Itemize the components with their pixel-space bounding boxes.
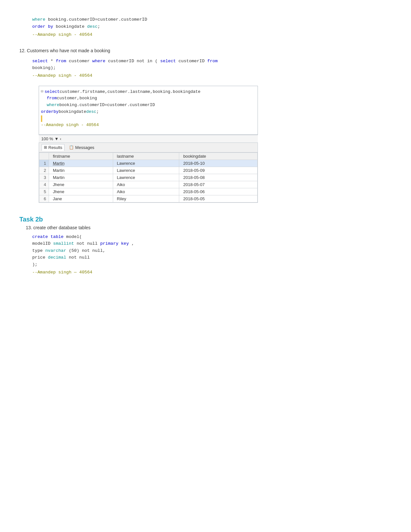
zoom-arrow[interactable]: ▼ — [54, 136, 59, 141]
col-lastname: lastname — [113, 153, 179, 160]
cell-bookingdate: 2018-05-07 — [179, 181, 258, 188]
col-firstname: firstname — [49, 153, 113, 160]
cell-bookingdate: 2018-05-05 — [179, 195, 258, 202]
results-table: firstname lastname bookingdate 1MartinLa… — [39, 153, 258, 202]
kw-desc-top: desc — [87, 24, 97, 29]
zoom-angle: ‹ — [60, 136, 61, 141]
table-row: 4JheneAiko2018-05-07 — [39, 181, 258, 188]
cell-rownum: 6 — [39, 195, 49, 202]
cell-bookingdate: 2018-05-08 — [179, 174, 258, 181]
task2b-comment: --Amandep singh — 40564 — [32, 270, 92, 275]
kw-select-s12: select — [32, 59, 48, 64]
col-num — [39, 153, 49, 160]
editor-comment-line: --Amandep singh - 40564 — [39, 122, 258, 129]
kw-from2-s12: from — [207, 59, 218, 64]
messages-tab-icon: 📋 — [69, 145, 74, 150]
cell-firstname: Jhene — [49, 188, 113, 195]
cell-rownum: 1 — [39, 160, 49, 167]
kw-by-top: by — [48, 24, 53, 29]
tab-messages[interactable]: 📋 Messages — [67, 144, 96, 151]
cell-lastname: Aiko — [113, 181, 179, 188]
col-bookingdate: bookingdate — [179, 153, 258, 160]
top-customer: customer — [98, 17, 119, 22]
cell-firstname: Martin — [49, 167, 113, 174]
cell-firstname: Jane — [49, 195, 113, 202]
cell-rownum: 5 — [39, 188, 49, 195]
cell-lastname: Lawrence — [113, 160, 179, 167]
editor-line1: ⊟ select customer.firstname,customer.las… — [39, 89, 258, 95]
yellow-bar — [41, 115, 42, 122]
kw-select2-s12: select — [160, 59, 176, 64]
table-row: 5JheneAiko2018-05-06 — [39, 188, 258, 195]
table-head: firstname lastname bookingdate — [39, 153, 258, 160]
results-tab-label: Results — [48, 145, 62, 150]
top-code-block: where booking.customerID=customer.custom… — [32, 16, 392, 38]
cell-lastname: Aiko — [113, 188, 179, 195]
results-tab-icon: ⊞ — [44, 145, 47, 150]
results-panel: ⊞ Results 📋 Messages firstname lastname … — [39, 143, 258, 203]
table-body: 1MartinLawrence2018-05-102MartinLawrence… — [39, 160, 258, 202]
section-12-label: 12. Customers who have not made a bookin… — [19, 48, 392, 53]
section12-comment: --Amandep singh - 40564 — [32, 73, 92, 78]
task-2b-heading: Task 2b — [19, 216, 392, 223]
section12-code-block: select * from customer where customerID … — [32, 58, 392, 79]
table-row: 1MartinLawrence2018-05-10 — [39, 160, 258, 167]
editor-line2: from customer,booking — [39, 95, 258, 102]
editor-line3: where booking.customerID=customer.custom… — [39, 102, 258, 109]
tab-results[interactable]: ⊞ Results — [42, 144, 64, 151]
top-code-line1-text: booking.customerID — [48, 17, 95, 22]
editor-pipe-line — [39, 115, 258, 122]
kw-where-top: where — [32, 17, 45, 22]
cell-bookingdate: 2018-05-09 — [179, 167, 258, 174]
cell-firstname: Jhene — [49, 181, 113, 188]
kw-order-top: order — [32, 24, 45, 29]
cell-rownum: 4 — [39, 181, 49, 188]
table-row: 3MartinLawrence2018-05-08 — [39, 174, 258, 181]
cell-lastname: Lawrence — [113, 174, 179, 181]
kw-from-s12: from — [56, 59, 66, 64]
cell-firstname: Martin — [49, 174, 113, 181]
top-equals: = — [95, 17, 97, 22]
task2b-code-block: create table model( modelID smallint not… — [32, 233, 392, 276]
editor-line4: order by bookingdate desc; — [39, 109, 258, 115]
messages-tab-label: Messages — [75, 145, 94, 150]
minus-icon: ⊟ — [41, 89, 43, 95]
editor-toolbar: 100 % ▼ ‹ — [39, 135, 258, 143]
kw-where-s12: where — [92, 59, 105, 64]
cell-firstname: Martin — [49, 160, 113, 167]
cell-lastname: Riley — [113, 195, 179, 202]
cell-bookingdate: 2018-05-06 — [179, 188, 258, 195]
cell-bookingdate: 2018-05-10 — [179, 160, 258, 167]
cell-lastname: Lawrence — [113, 167, 179, 174]
cell-rownum: 3 — [39, 174, 49, 181]
zoom-label: 100 % — [41, 136, 53, 141]
task-2b-label: 13. create other database tables — [26, 225, 392, 230]
table-header-row: firstname lastname bookingdate — [39, 153, 258, 160]
results-tabs: ⊞ Results 📋 Messages — [39, 143, 258, 153]
top-comment: --Amandep singh - 40564 — [32, 32, 92, 37]
cell-rownum: 2 — [39, 167, 49, 174]
sql-editor-box: ⊟ select customer.firstname,customer.las… — [39, 86, 258, 135]
table-row: 6JaneRiley2018-05-05 — [39, 195, 258, 202]
table-row: 2MartinLawrence2018-05-09 — [39, 167, 258, 174]
